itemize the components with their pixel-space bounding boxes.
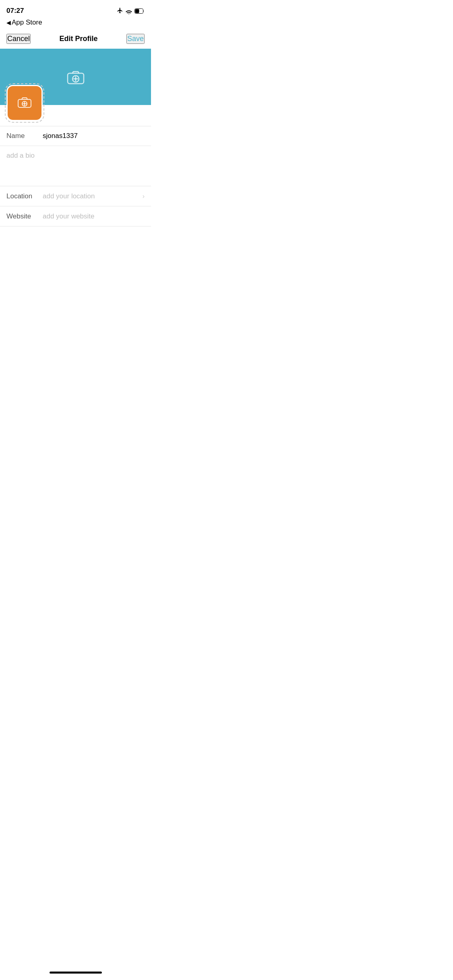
form-section: Name sjonas1337 add a bio Location add y… bbox=[0, 126, 151, 226]
avatar-edit-button[interactable] bbox=[6, 85, 43, 121]
app-store-back[interactable]: ◀ App Store bbox=[0, 18, 151, 30]
location-row[interactable]: Location add your location › bbox=[0, 186, 151, 206]
svg-rect-1 bbox=[135, 9, 139, 13]
location-placeholder: add your location bbox=[43, 192, 143, 200]
cover-area[interactable] bbox=[0, 49, 151, 105]
back-chevron-icon: ◀ bbox=[6, 19, 11, 26]
save-button[interactable]: Save bbox=[126, 34, 145, 44]
bio-placeholder: add a bio bbox=[6, 152, 145, 160]
name-row[interactable]: Name sjonas1337 bbox=[0, 126, 151, 146]
avatar-camera-icon bbox=[18, 96, 31, 110]
bio-row[interactable]: add a bio bbox=[0, 146, 151, 186]
website-placeholder: add your website bbox=[43, 212, 145, 220]
name-value: sjonas1337 bbox=[43, 132, 145, 140]
app-store-label: App Store bbox=[12, 19, 42, 27]
name-label: Name bbox=[6, 132, 43, 140]
change-cover-photo-button[interactable] bbox=[66, 68, 86, 86]
status-bar: 07:27 bbox=[0, 0, 151, 18]
website-label: Website bbox=[6, 212, 43, 220]
airplane-icon bbox=[117, 7, 123, 15]
cancel-button[interactable]: Cancel bbox=[6, 34, 31, 44]
wifi-icon bbox=[126, 8, 132, 13]
status-time: 07:27 bbox=[6, 7, 24, 15]
battery-icon bbox=[134, 8, 145, 14]
page-title: Edit Profile bbox=[59, 35, 97, 43]
status-icons bbox=[117, 7, 145, 15]
location-chevron-icon: › bbox=[143, 193, 145, 200]
nav-bar: Cancel Edit Profile Save bbox=[0, 30, 151, 49]
camera-plus-icon bbox=[67, 69, 85, 84]
website-row[interactable]: Website add your website bbox=[0, 206, 151, 226]
location-label: Location bbox=[6, 192, 43, 200]
